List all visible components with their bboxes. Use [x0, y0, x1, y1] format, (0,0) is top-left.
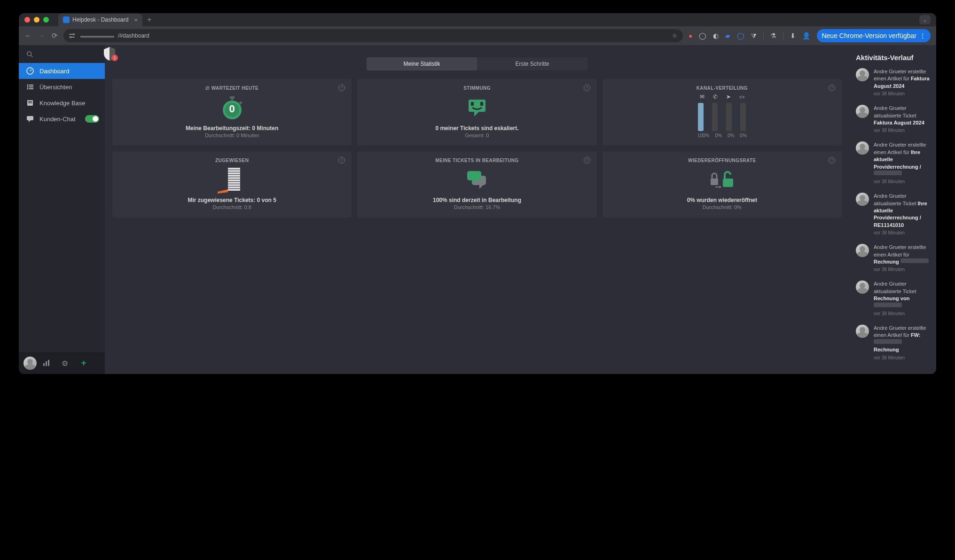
- svg-point-10: [27, 86, 29, 88]
- extensions-icon[interactable]: ⧩: [751, 32, 757, 40]
- help-icon[interactable]: ?: [584, 157, 590, 163]
- stat-line: Mir zugewiesene Tickets: 0 von 5: [188, 197, 276, 203]
- nav-overviews[interactable]: Übersichten: [19, 79, 105, 95]
- activity-item[interactable]: Andre Grueter aktualisierte Ticket Ihre …: [856, 193, 930, 236]
- card-title: MEINE TICKETS IN BEARBEITUNG: [435, 158, 518, 163]
- labs-icon[interactable]: ⚗: [770, 32, 776, 39]
- svg-rect-16: [28, 102, 32, 103]
- sub-line: Durchschnitt: 0.8: [212, 204, 251, 210]
- back-icon[interactable]: ←: [24, 31, 31, 40]
- activity-time: vor 38 Minuten: [874, 230, 930, 236]
- downloads-icon[interactable]: ⬇: [790, 32, 796, 39]
- ext-icon-5[interactable]: ◯: [737, 32, 744, 39]
- activity-item[interactable]: Andre Grueter erstellte einen Artikel fü…: [856, 325, 930, 361]
- bookmark-icon[interactable]: ☆: [672, 32, 677, 39]
- activity-item[interactable]: Andre Grueter erstellte einen Artikel fü…: [856, 244, 930, 273]
- channel-bar-chat: [740, 103, 746, 131]
- chat-toggle[interactable]: [85, 115, 99, 123]
- chrome-update-button[interactable]: Neue Chrome-Version verfügbar ⋮: [817, 29, 931, 42]
- minimize-window-icon[interactable]: [34, 17, 39, 23]
- ext-icon-2[interactable]: ◯: [699, 32, 706, 39]
- tab-my-stats[interactable]: Meine Statistik: [367, 57, 477, 70]
- nav-dashboard[interactable]: Dashboard: [19, 63, 105, 79]
- card-title: ZUGEWIESEN: [215, 158, 249, 163]
- site-settings-icon: [69, 33, 77, 39]
- activity-item[interactable]: Andre Grueter aktualisierte Ticket Rechn…: [856, 280, 930, 317]
- ext-icon-1[interactable]: ●: [689, 32, 692, 39]
- avatar: [856, 68, 869, 81]
- svg-point-4: [27, 52, 31, 56]
- avatar: [856, 244, 869, 257]
- avatar: [856, 325, 869, 338]
- app-logo[interactable]: 1: [103, 46, 116, 61]
- activity-item[interactable]: Andre Grueter erstellte einen Artikel fü…: [856, 141, 930, 185]
- add-icon[interactable]: +: [74, 358, 93, 369]
- forward-icon[interactable]: →: [38, 31, 45, 40]
- lock-unlock-icon: [709, 171, 735, 189]
- app-content: 1 Dashboard Übersichten Knowledge Base: [19, 45, 936, 374]
- svg-rect-42: [723, 179, 733, 187]
- svg-rect-30: [228, 170, 240, 172]
- window-controls: [24, 17, 49, 23]
- url-path: /#dashboard: [118, 32, 149, 39]
- stats-icon[interactable]: [37, 359, 55, 367]
- svg-rect-13: [29, 88, 33, 89]
- tab-close-icon[interactable]: ×: [134, 16, 138, 23]
- activity-time: vor 38 Minuten: [874, 179, 930, 185]
- profile-icon[interactable]: 👤: [802, 32, 810, 39]
- activity-item[interactable]: Andre Grueter aktualisierte Ticket Faktu…: [856, 105, 930, 134]
- stat-line: 0% wurden wiedereröffnet: [687, 197, 757, 203]
- nav-customer-chat[interactable]: Kunden-Chat: [19, 111, 105, 127]
- help-icon[interactable]: ?: [338, 85, 345, 91]
- update-label: Neue Chrome-Version verfügbar: [822, 32, 916, 39]
- browser-tab[interactable]: Helpdesk - Dashboard ×: [58, 14, 142, 26]
- divider: [783, 31, 783, 40]
- ext-icon-3[interactable]: ◐: [713, 32, 719, 39]
- nav-knowledge-base[interactable]: Knowledge Base: [19, 95, 105, 111]
- toolbar-extensions: ● ◯ ◐ ▰ ◯ ⧩ ⚗ ⬇ 👤 Neue Chrome-Version ve…: [689, 29, 931, 42]
- activity-item[interactable]: Andre Grueter erstellte einen Artikel fü…: [856, 68, 930, 97]
- search-row[interactable]: 1: [19, 45, 105, 63]
- segment-tabs: Meine Statistik Erste Schritte: [367, 57, 587, 70]
- ext-icon-4[interactable]: ▰: [725, 32, 730, 39]
- double-chat-icon: [465, 169, 489, 191]
- channel-bar-twitter: [726, 103, 732, 131]
- gear-icon[interactable]: ⚙: [55, 359, 74, 368]
- user-avatar[interactable]: [23, 357, 37, 370]
- maximize-window-icon[interactable]: [43, 17, 49, 23]
- help-icon[interactable]: ?: [829, 157, 835, 163]
- gauge-icon: [26, 67, 34, 75]
- new-tab-icon[interactable]: +: [147, 16, 151, 24]
- avatar: [856, 105, 869, 118]
- svg-rect-18: [43, 363, 45, 366]
- svg-rect-19: [46, 361, 47, 366]
- tab-first-steps[interactable]: Erste Schritte: [477, 57, 587, 70]
- sub-line: Gesamt: 0: [465, 132, 489, 138]
- svg-rect-32: [228, 175, 240, 177]
- activity-rail: Aktivitäts-Verlauf Andre Grueter erstell…: [849, 45, 936, 374]
- card-title: WIEDERERÖFFNUNGSRATE: [688, 158, 756, 163]
- channel-icon-row: ✉ ✆ ➤ ▭: [700, 93, 744, 100]
- card-wait-time: ∅ WARTEZEIT HEUTE ? 0 Meine Bearbeitungs…: [112, 79, 352, 146]
- help-icon[interactable]: ?: [338, 157, 345, 163]
- help-icon[interactable]: ?: [829, 85, 835, 91]
- reload-icon[interactable]: ⟳: [52, 31, 58, 40]
- help-icon[interactable]: ?: [584, 85, 590, 91]
- svg-rect-29: [228, 168, 240, 170]
- activity-time: vor 38 Minuten: [874, 311, 930, 317]
- tab-overflow-icon[interactable]: ⌄: [919, 15, 931, 24]
- stat-line: Meine Bearbeitungszeit: 0 Minuten: [186, 125, 278, 132]
- paper-stack-icon: [216, 166, 249, 194]
- url-bar[interactable]: ▬▬▬▬▬▬ /#dashboard ☆: [63, 29, 683, 42]
- activity-text: Andre Grueter aktualisierte Ticket Rechn…: [874, 280, 930, 317]
- svg-rect-11: [29, 86, 33, 87]
- sidebar-footer: ⚙ +: [19, 352, 105, 374]
- close-window-icon[interactable]: [24, 17, 30, 23]
- svg-rect-27: [471, 102, 474, 106]
- divider: [763, 31, 764, 40]
- svg-rect-40: [467, 171, 481, 180]
- svg-point-3: [70, 36, 72, 38]
- svg-rect-31: [228, 172, 240, 174]
- activity-text: Andre Grueter erstellte einen Artikel fü…: [874, 244, 930, 273]
- tab-title: Helpdesk - Dashboard: [72, 16, 128, 23]
